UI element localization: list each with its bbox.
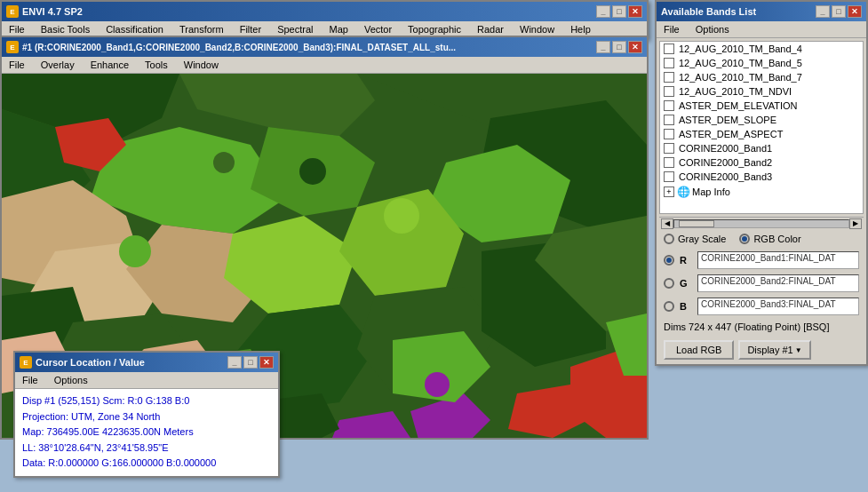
menu-classification[interactable]: Classification	[103, 23, 166, 36]
cursor-title: Cursor Location / Value	[36, 357, 145, 368]
rgb-color-radio[interactable]	[739, 234, 750, 244]
b-label: B	[680, 301, 692, 312]
menu-file[interactable]: File	[6, 23, 28, 36]
bands-window: Available Bands List _ □ ✕ File Options …	[655, 0, 868, 366]
load-rgb-button[interactable]: Load RGB	[664, 340, 734, 360]
band-label-dem-slope: ASTER_DEM_SLOPE	[679, 115, 776, 125]
expand-icon[interactable]: +	[664, 186, 674, 197]
horizontal-scrollbar[interactable]: ◀ ▶	[659, 217, 864, 229]
menu-map[interactable]: Map	[327, 23, 351, 36]
cursor-line-3: Map: 736495.00E 4223635.00N Meters	[22, 425, 271, 440]
cursor-content: Disp #1 (525,151) Scm: R:0 G:138 B:0 Pro…	[15, 389, 278, 476]
cursor-maximize-button[interactable]: □	[243, 356, 258, 369]
g-radio[interactable]	[664, 278, 674, 289]
display-dropdown-arrow[interactable]: ▼	[795, 346, 802, 354]
scroll-track[interactable]	[673, 219, 849, 228]
b-input[interactable]: CORINE2000_Band3:FINAL_DAT	[697, 298, 859, 315]
band-checkbox-corine1[interactable]	[664, 143, 674, 154]
band-item-dem-slope[interactable]: ASTER_DEM_SLOPE	[660, 113, 863, 127]
bands-menu-options[interactable]: Options	[693, 23, 732, 36]
cursor-line-4: LL: 38°10'28.64"N, 23°41'58.95"E	[22, 440, 271, 456]
band-checkbox-tm4[interactable]	[664, 44, 674, 54]
band-checkbox-tm5[interactable]	[664, 58, 674, 68]
menu-vector[interactable]: Vector	[362, 23, 394, 36]
band-item-tm4[interactable]: 12_AUG_2010_TM_Band_4	[660, 42, 863, 56]
band-checkbox-dem-slope[interactable]	[664, 115, 674, 125]
b-channel-row: B CORINE2000_Band3:FINAL_DAT	[657, 295, 866, 318]
band-item-corine1[interactable]: CORINE2000_Band1	[660, 141, 863, 155]
band-checkbox-dem-aspect[interactable]	[664, 129, 674, 139]
image-menu-window[interactable]: Window	[181, 59, 221, 71]
menu-filter[interactable]: Filter	[237, 23, 264, 36]
r-input[interactable]: CORINE2000_Band1:FINAL_DAT	[697, 251, 859, 269]
b-radio[interactable]	[664, 301, 674, 312]
band-checkbox-dem-elev[interactable]	[664, 100, 674, 111]
band-item-corine2[interactable]: CORINE2000_Band2	[660, 155, 863, 170]
g-input[interactable]: CORINE2000_Band2:FINAL_DAT	[697, 274, 859, 292]
menu-topographic[interactable]: Topographic	[405, 23, 464, 36]
image-menu-bar: File Overlay Enhance Tools Window	[2, 57, 647, 74]
image-close-button[interactable]: ✕	[628, 41, 642, 53]
cursor-close-button[interactable]: ✕	[259, 356, 274, 369]
image-menu-tools[interactable]: Tools	[142, 59, 171, 71]
bands-maximize-button[interactable]: □	[832, 5, 846, 18]
menu-basic-tools[interactable]: Basic Tools	[38, 23, 92, 36]
band-item-dem-elev[interactable]: ASTER_DEM_ELEVATION	[660, 99, 863, 113]
cursor-window-controls: _ □ ✕	[227, 356, 274, 369]
gray-scale-radio[interactable]	[664, 234, 674, 244]
image-maximize-button[interactable]: □	[612, 41, 626, 53]
bands-window-controls: _ □ ✕	[816, 5, 862, 18]
band-label-mapinfo: Map Info	[692, 186, 730, 197]
menu-help[interactable]: Help	[568, 23, 593, 36]
g-channel-row: G CORINE2000_Band2:FINAL_DAT	[657, 272, 866, 295]
band-label-corine2: CORINE2000_Band2	[679, 157, 772, 168]
band-checkbox-corine2[interactable]	[664, 157, 674, 168]
scroll-thumb[interactable]	[679, 220, 714, 227]
rgb-color-label: RGB Color	[753, 234, 800, 244]
cursor-title-bar: E Cursor Location / Value _ □ ✕	[15, 353, 278, 372]
cursor-menu-file[interactable]: File	[20, 374, 41, 386]
menu-spectral[interactable]: Spectral	[275, 23, 315, 36]
band-item-tm5[interactable]: 12_AUG_2010_TM_Band_5	[660, 56, 863, 70]
close-button[interactable]: ✕	[628, 5, 642, 18]
band-checkbox-corine3[interactable]	[664, 171, 674, 182]
bands-menu-file[interactable]: File	[661, 23, 682, 36]
rgb-color-group[interactable]: RGB Color	[739, 234, 800, 244]
band-label-tm7: 12_AUG_2010_TM_Band_7	[679, 72, 802, 83]
g-label: G	[680, 278, 692, 289]
image-minimize-button[interactable]: _	[596, 41, 610, 53]
image-menu-enhance[interactable]: Enhance	[88, 59, 131, 71]
image-menu-file[interactable]: File	[6, 59, 28, 71]
cursor-line-1: Disp #1 (525,151) Scm: R:0 G:138 B:0	[22, 393, 271, 409]
menu-window[interactable]: Window	[517, 23, 557, 36]
maximize-button[interactable]: □	[612, 5, 626, 18]
menu-radar[interactable]: Radar	[474, 23, 506, 36]
band-item-tm7[interactable]: 12_AUG_2010_TM_Band_7	[660, 70, 863, 84]
globe-icon: 🌐	[677, 186, 689, 198]
bands-list[interactable]: 12_AUG_2010_TM_Band_4 12_AUG_2010_TM_Ban…	[659, 41, 864, 214]
gray-scale-label: Gray Scale	[678, 234, 726, 244]
gray-scale-group[interactable]: Gray Scale	[664, 234, 726, 244]
band-item-dem-aspect[interactable]: ASTER_DEM_ASPECT	[660, 127, 863, 141]
r-radio[interactable]	[664, 255, 674, 266]
bands-minimize-button[interactable]: _	[816, 5, 830, 18]
band-checkbox-tm7[interactable]	[664, 72, 674, 83]
band-item-corine3[interactable]: CORINE2000_Band3	[660, 170, 863, 184]
color-mode-section: Gray Scale RGB Color	[657, 229, 866, 249]
minimize-button[interactable]: _	[596, 5, 610, 18]
image-menu-overlay[interactable]: Overlay	[38, 59, 77, 71]
display-button[interactable]: Display #1 ▼	[738, 340, 810, 360]
band-checkbox-ndvi[interactable]	[664, 86, 674, 97]
svg-point-37	[425, 372, 450, 397]
cursor-menu-options[interactable]: Options	[52, 374, 91, 386]
cursor-minimize-button[interactable]: _	[227, 356, 242, 369]
svg-point-35	[213, 152, 235, 173]
bands-close-button[interactable]: ✕	[848, 5, 862, 18]
scroll-right-arrow[interactable]: ▶	[849, 218, 862, 229]
scroll-left-arrow[interactable]: ◀	[661, 218, 673, 229]
band-item-ndvi[interactable]: 12_AUG_2010_TM_NDVI	[660, 84, 863, 99]
dims-row: Dims 724 x 447 (Floating Point) [BSQ]	[657, 318, 866, 336]
band-item-mapinfo[interactable]: + 🌐 Map Info	[660, 184, 863, 200]
menu-transform[interactable]: Transform	[177, 23, 227, 36]
main-title: ENVI 4.7 SP2	[22, 6, 83, 17]
